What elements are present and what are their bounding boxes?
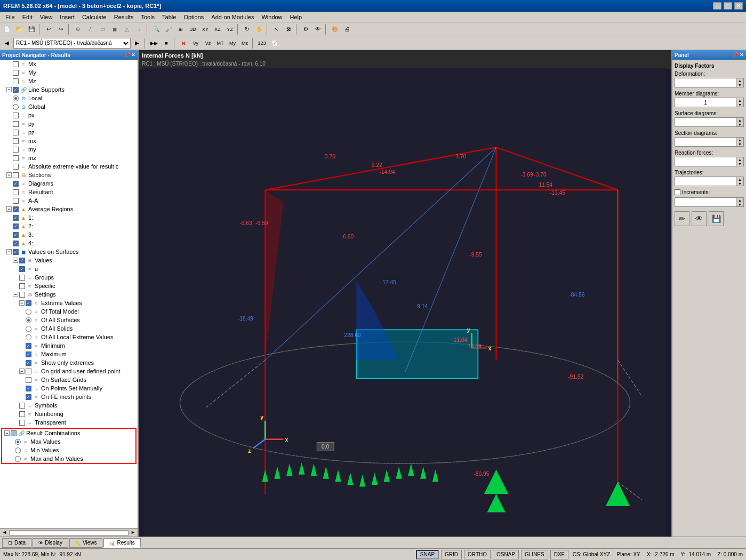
center-viewport[interactable]: Internal Forces N [kN] RC1 : MSÚ (STR/GE…: [139, 50, 671, 537]
show-only-extremes-checkbox[interactable]: ✓: [26, 360, 31, 366]
panel-pin[interactable]: 📌: [733, 52, 739, 58]
toolbar-rotate[interactable]: ↻: [241, 23, 253, 35]
tree-values[interactable]: − ✓ ≡ Values: [0, 256, 138, 265]
navigator-pin[interactable]: 📌: [124, 52, 130, 58]
toolbar-xy[interactable]: XY: [199, 23, 211, 35]
menu-table[interactable]: Table: [159, 13, 179, 21]
mx2-checkbox[interactable]: [13, 138, 19, 144]
r4-checkbox[interactable]: ✓: [13, 241, 19, 246]
ortho-button[interactable]: ORTHO: [464, 550, 491, 559]
increments-checkbox[interactable]: [675, 189, 680, 195]
tree-region-2[interactable]: ✓ ▲ 2:: [0, 222, 138, 230]
rc-expand[interactable]: −: [4, 430, 10, 436]
load-case-combo[interactable]: RC1 - MSÚ (STR/GEO) - trvalá/dočasná: [13, 38, 131, 49]
toolbar-solid[interactable]: ◼: [109, 23, 121, 35]
trajectories-down[interactable]: ▼: [736, 181, 743, 186]
toolbar-print[interactable]: 🖨: [341, 23, 353, 35]
tree-max-min-values[interactable]: ≈ Max and Min Values: [2, 454, 135, 463]
tab-data[interactable]: 🗒 Data: [2, 538, 31, 548]
toolbar-zoom-out[interactable]: 🔎: [163, 23, 174, 35]
toolbar-select[interactable]: ↖: [270, 23, 282, 35]
r3-checkbox[interactable]: ✓: [13, 232, 19, 238]
line-supports-expand[interactable]: −: [6, 87, 12, 92]
navigator-close[interactable]: ✕: [131, 52, 135, 58]
maximize-button[interactable]: □: [724, 2, 732, 10]
toolbar-yz[interactable]: YZ: [224, 23, 236, 35]
tree-py[interactable]: ≈ py: [0, 119, 138, 128]
values-expand[interactable]: −: [13, 258, 18, 263]
tree-values-surfaces[interactable]: − ✓ ◼ Values on Surfaces: [0, 247, 138, 256]
all-local-radio[interactable]: [26, 334, 31, 340]
mz-checkbox[interactable]: [13, 78, 19, 84]
toolbar-results-stop[interactable]: ■: [161, 37, 172, 49]
close-button[interactable]: ✕: [734, 2, 743, 10]
toolbar-surface[interactable]: ▭: [97, 23, 108, 35]
member-down[interactable]: ▼: [736, 102, 743, 107]
tree-all-solids[interactable]: ≈ Of All Solids: [0, 324, 138, 333]
toolbar-vy-force[interactable]: Vy: [190, 37, 202, 49]
my-checkbox[interactable]: [13, 70, 19, 76]
on-grid-checkbox[interactable]: [26, 369, 31, 374]
tree-symbols[interactable]: ≈ Symbols: [0, 401, 138, 410]
tree-all-surfaces[interactable]: ≈ Of All Surfaces: [0, 316, 138, 324]
tree-all-local[interactable]: ≈ Of All Local Extreme Values: [0, 333, 138, 341]
result-combinations-header[interactable]: − 🔗 Result Combinations: [2, 429, 135, 437]
r1-checkbox[interactable]: ✓: [13, 215, 19, 221]
member-up[interactable]: ▲: [736, 98, 743, 102]
toolbar-load[interactable]: ↓: [133, 23, 145, 35]
minimize-button[interactable]: ─: [713, 2, 721, 10]
surface-grids-checkbox[interactable]: [26, 377, 31, 383]
reaction-forces-spinbox[interactable]: ▲ ▼: [675, 157, 744, 166]
section-up[interactable]: ▲: [736, 138, 743, 142]
tree-min-values[interactable]: ≈ Min Values: [2, 446, 135, 454]
tree-mx[interactable]: ≈ Mx: [0, 60, 138, 68]
toolbar-3d[interactable]: 3D: [187, 23, 199, 35]
tree-hscroll[interactable]: [9, 530, 129, 535]
deformation-up[interactable]: ▲: [736, 78, 743, 83]
tree-my2[interactable]: ≈ my: [0, 145, 138, 154]
line-supports-checkbox[interactable]: ✓: [13, 87, 19, 93]
extreme-values-checkbox[interactable]: ✓: [26, 300, 31, 306]
avg-regions-checkbox[interactable]: ✓: [13, 206, 19, 212]
tree-extreme-values[interactable]: − ✓ ≈ Extreme Values: [0, 299, 138, 307]
toolbar-n-force[interactable]: N: [178, 37, 189, 49]
section-diagrams-spinbox[interactable]: ▲ ▼: [675, 137, 744, 147]
max-min-values-radio[interactable]: [15, 456, 21, 462]
max-values-radio[interactable]: [15, 439, 21, 445]
toolbar-xz[interactable]: XZ: [212, 23, 223, 35]
grid-button[interactable]: GRID: [441, 550, 462, 559]
tree-scroll-left[interactable]: ◄: [2, 530, 7, 535]
symbols-checkbox[interactable]: [19, 403, 25, 409]
values-surfaces-checkbox[interactable]: ✓: [13, 249, 19, 255]
tree-settings[interactable]: − ⚙ Settings: [0, 290, 138, 299]
tab-display[interactable]: 👁 Display: [33, 538, 68, 548]
pz-checkbox[interactable]: [13, 130, 19, 135]
tree-minimum[interactable]: ✓ ≈ Minimum: [0, 341, 138, 350]
menu-window[interactable]: Window: [258, 13, 285, 21]
tree-transparent[interactable]: ≈ Transparent: [0, 418, 138, 427]
toolbar-open[interactable]: 📂: [13, 23, 25, 35]
total-model-radio[interactable]: [26, 309, 31, 315]
tree-maximum[interactable]: ✓ ≈ Maximum: [0, 350, 138, 358]
menu-results[interactable]: Results: [111, 13, 137, 21]
toolbar-pan[interactable]: ✋: [253, 23, 265, 35]
tree-local[interactable]: ⊙ Local: [0, 94, 138, 102]
tree-sections[interactable]: − ⊟ Sections: [0, 171, 138, 179]
toolbar-support[interactable]: △: [121, 23, 133, 35]
diagrams-checkbox[interactable]: ✓: [13, 181, 19, 187]
toolbar-deselect[interactable]: ⊠: [283, 23, 294, 35]
toolbar-rc1-prev[interactable]: ◀: [1, 37, 13, 49]
tree-surface-grids[interactable]: ≈ On Surface Grids: [0, 375, 138, 384]
tree-groups[interactable]: ≈ Groups: [0, 273, 138, 282]
tree-specific[interactable]: ≈ Specific: [0, 282, 138, 290]
px-checkbox[interactable]: [13, 113, 19, 118]
tree-pz[interactable]: ≈ pz: [0, 128, 138, 137]
panel-view-btn[interactable]: 👁: [692, 211, 707, 226]
reaction-down[interactable]: ▼: [736, 162, 743, 166]
toolbar-node[interactable]: ⊕: [72, 23, 84, 35]
toolbar-zoom-fit[interactable]: ⊞: [175, 23, 187, 35]
toolbar-results-animate[interactable]: ▶▶: [148, 37, 160, 49]
reaction-up[interactable]: ▲: [736, 157, 743, 162]
resultant-checkbox[interactable]: [13, 189, 19, 195]
values-checkbox[interactable]: ✓: [19, 258, 25, 263]
